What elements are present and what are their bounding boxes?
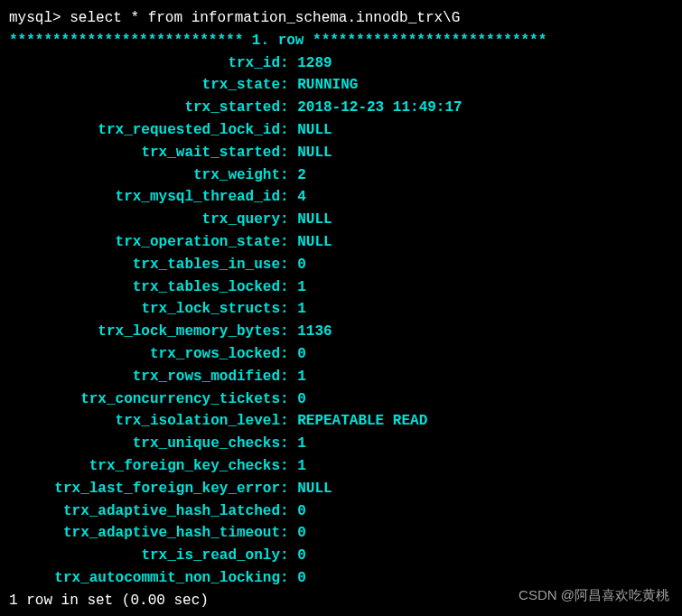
field-label: trx_rows_modified — [9, 366, 280, 388]
field-row: trx_last_foreign_key_error: NULL — [9, 478, 673, 500]
sql-query: select * from information_schema.innodb_… — [70, 10, 460, 26]
field-label: trx_started — [9, 97, 280, 119]
field-value: 0 — [297, 391, 306, 407]
field-colon: : — [280, 99, 297, 116]
field-value: 2018-12-23 11:49:17 — [297, 99, 462, 116]
field-row: trx_lock_memory_bytes: 1136 — [9, 321, 673, 343]
field-row: trx_requested_lock_id: NULL — [9, 119, 673, 142]
field-value: 0 — [297, 547, 306, 564]
field-colon: : — [280, 77, 297, 93]
field-row: trx_weight: 2 — [9, 164, 673, 187]
field-value: 1 — [297, 279, 306, 295]
field-row: trx_mysql_thread_id: 4 — [9, 186, 673, 209]
field-colon: : — [280, 369, 297, 385]
field-row: trx_is_read_only: 0 — [9, 545, 673, 567]
field-colon: : — [280, 55, 297, 71]
field-row: trx_isolation_level: REPEATABLE READ — [9, 410, 673, 433]
field-colon: : — [280, 481, 297, 497]
field-label: trx_lock_structs — [9, 298, 280, 321]
field-row: trx_adaptive_hash_timeout: 0 — [9, 522, 673, 545]
field-value: 0 — [297, 525, 306, 541]
field-colon: : — [280, 189, 297, 205]
field-value: NULL — [297, 211, 332, 228]
field-colon: : — [280, 145, 297, 161]
field-colon: : — [280, 323, 297, 340]
field-row: trx_state: RUNNING — [9, 74, 673, 97]
field-label: trx_last_foreign_key_error — [9, 478, 280, 500]
field-row: trx_query: NULL — [9, 209, 673, 231]
field-label: trx_operation_state — [9, 231, 280, 254]
watermark: CSDN @阿昌喜欢吃黄桃 — [519, 584, 669, 605]
field-value: 1 — [297, 369, 306, 385]
field-value: NULL — [297, 145, 332, 161]
mysql-prompt: mysql> — [9, 10, 61, 26]
field-row: trx_operation_state: NULL — [9, 231, 673, 254]
result-fields: trx_id: 1289trx_state: RUNNINGtrx_starte… — [9, 52, 673, 590]
field-label: trx_autocommit_non_locking — [9, 567, 280, 590]
field-value: 1 — [297, 435, 306, 452]
field-label: trx_lock_memory_bytes — [9, 321, 280, 343]
field-label: trx_concurrency_tickets — [9, 388, 280, 411]
field-value: REPEATABLE READ — [297, 413, 427, 429]
field-row: trx_concurrency_tickets: 0 — [9, 388, 673, 411]
field-label: trx_foreign_key_checks — [9, 455, 280, 478]
field-value: 0 — [297, 570, 306, 586]
terminal-output: mysql> select * from information_schema.… — [9, 7, 673, 612]
field-row: trx_id: 1289 — [9, 52, 673, 75]
field-value: 1136 — [297, 323, 332, 340]
field-label: trx_isolation_level — [9, 410, 280, 433]
field-colon: : — [280, 547, 297, 564]
field-row: trx_rows_locked: 0 — [9, 343, 673, 366]
field-label: trx_mysql_thread_id — [9, 186, 280, 209]
field-label: trx_adaptive_hash_latched — [9, 500, 280, 523]
field-value: 0 — [297, 257, 306, 273]
field-colon: : — [280, 346, 297, 362]
field-row: trx_lock_structs: 1 — [9, 298, 673, 321]
field-row: trx_wait_started: NULL — [9, 142, 673, 164]
field-value: RUNNING — [297, 77, 358, 93]
field-label: trx_weight — [9, 164, 280, 187]
field-label: trx_query — [9, 209, 280, 231]
field-value: 1 — [297, 301, 306, 317]
field-value: NULL — [297, 122, 332, 138]
field-row: trx_tables_in_use: 0 — [9, 254, 673, 276]
field-value: NULL — [297, 481, 332, 497]
field-colon: : — [280, 257, 297, 273]
field-label: trx_is_read_only — [9, 545, 280, 567]
field-label: trx_requested_lock_id — [9, 119, 280, 142]
field-value: 4 — [297, 189, 306, 205]
field-row: trx_rows_modified: 1 — [9, 366, 673, 388]
field-colon: : — [280, 122, 297, 138]
field-colon: : — [280, 167, 297, 183]
field-label: trx_tables_locked — [9, 276, 280, 299]
field-value: NULL — [297, 234, 332, 250]
field-row: trx_unique_checks: 1 — [9, 433, 673, 455]
field-label: trx_wait_started — [9, 142, 280, 164]
field-colon: : — [280, 279, 297, 295]
field-label: trx_state — [9, 74, 280, 97]
field-colon: : — [280, 503, 297, 519]
field-value: 1289 — [297, 55, 332, 71]
field-colon: : — [280, 211, 297, 228]
field-label: trx_id — [9, 52, 280, 75]
field-value: 1 — [297, 458, 306, 474]
field-value: 0 — [297, 346, 306, 362]
field-label: trx_tables_in_use — [9, 254, 280, 276]
field-colon: : — [280, 391, 297, 407]
field-label: trx_adaptive_hash_timeout — [9, 522, 280, 545]
field-colon: : — [280, 413, 297, 429]
field-colon: : — [280, 458, 297, 474]
field-colon: : — [280, 525, 297, 541]
field-colon: : — [280, 435, 297, 452]
field-value: 0 — [297, 503, 306, 519]
row-separator: *************************** 1. row *****… — [9, 30, 673, 52]
field-colon: : — [280, 570, 297, 586]
mysql-prompt-line: mysql> select * from information_schema.… — [9, 7, 673, 30]
field-label: trx_unique_checks — [9, 433, 280, 455]
field-row: trx_tables_locked: 1 — [9, 276, 673, 299]
field-row: trx_started: 2018-12-23 11:49:17 — [9, 97, 673, 119]
field-colon: : — [280, 234, 297, 250]
field-row: trx_foreign_key_checks: 1 — [9, 455, 673, 478]
field-label: trx_rows_locked — [9, 343, 280, 366]
field-value: 2 — [297, 167, 306, 183]
